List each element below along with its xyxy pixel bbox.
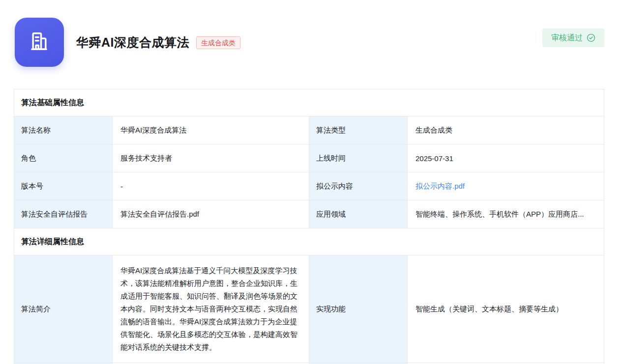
field-label: 应用领域	[309, 200, 408, 228]
field-value: 2025-07-31	[408, 144, 604, 172]
field-value: 华舜AI深度合成算法基于通义千问大模型及深度学习技术，该算法能精准解析用户意图，…	[113, 255, 309, 363]
field-label: 版本号	[14, 172, 113, 200]
field-label: 算法类型	[309, 116, 408, 144]
section-title-basic: 算法基础属性信息	[14, 89, 604, 116]
field-label: 拟公示内容	[309, 172, 408, 200]
field-value: 华舜AI深度合成算法	[113, 116, 309, 144]
field-label: 角色	[14, 144, 113, 172]
field-value: 服务技术支持者	[113, 144, 309, 172]
algorithm-type-tag: 生成合成类	[196, 36, 240, 49]
status-badge: 审核通过	[542, 28, 604, 47]
status-badge-label: 审核通过	[551, 33, 583, 43]
field-value: 智能终端、操作系统、手机软件（APP）应用商店...	[408, 200, 604, 228]
field-value: 智能生成（关键词、文本标题、摘要等生成）	[408, 255, 604, 363]
table-row: 算法安全自评估报告 算法安全自评估报告.pdf 应用领域 智能终端、操作系统、手…	[14, 200, 604, 228]
field-label: 实现功能	[309, 255, 408, 363]
field-label: 上线时间	[309, 144, 408, 172]
field-label: 算法安全自评估报告	[14, 200, 113, 228]
page-header: 华舜AI深度合成算法 生成合成类 审核通过	[15, 18, 604, 67]
proposed-publicity-pdf-link[interactable]: 拟公示内容.pdf	[415, 182, 465, 190]
field-value: -	[113, 172, 309, 200]
algorithm-intro-text: 华舜AI深度合成算法基于通义千问大模型及深度学习技术，该算法能精准解析用户意图，…	[113, 255, 309, 363]
table-row: 版本号 - 拟公示内容 拟公示内容.pdf	[14, 172, 604, 200]
field-value: 生成合成类	[408, 116, 604, 144]
field-label: 算法名称	[14, 116, 113, 144]
algorithm-info-table: 算法基础属性信息 算法名称 华舜AI深度合成算法 算法类型 生成合成类 角色 服…	[14, 89, 604, 364]
table-row: 算法简介 华舜AI深度合成算法基于通义千问大模型及深度学习技术，该算法能精准解析…	[14, 255, 604, 363]
section-header-detail: 算法详细属性信息	[14, 228, 604, 255]
field-value: 算法安全自评估报告.pdf	[113, 200, 309, 228]
app-logo	[15, 18, 64, 67]
table-row: 算法名称 华舜AI深度合成算法 算法类型 生成合成类	[14, 116, 604, 144]
section-title-detail: 算法详细属性信息	[14, 228, 604, 255]
page-title: 华舜AI深度合成算法	[76, 34, 189, 51]
algorithm-detail-page: 华舜AI深度合成算法 生成合成类 审核通过 算法基础属性信息 算法名称 华舜AI…	[0, 0, 623, 364]
table-row: 角色 服务技术支持者 上线时间 2025-07-31	[14, 144, 604, 172]
field-label: 算法简介	[14, 255, 113, 363]
check-circle-icon	[587, 33, 595, 42]
building-icon	[26, 28, 53, 57]
title-row: 华舜AI深度合成算法 生成合成类	[76, 34, 240, 51]
section-header-basic: 算法基础属性信息	[14, 89, 604, 116]
